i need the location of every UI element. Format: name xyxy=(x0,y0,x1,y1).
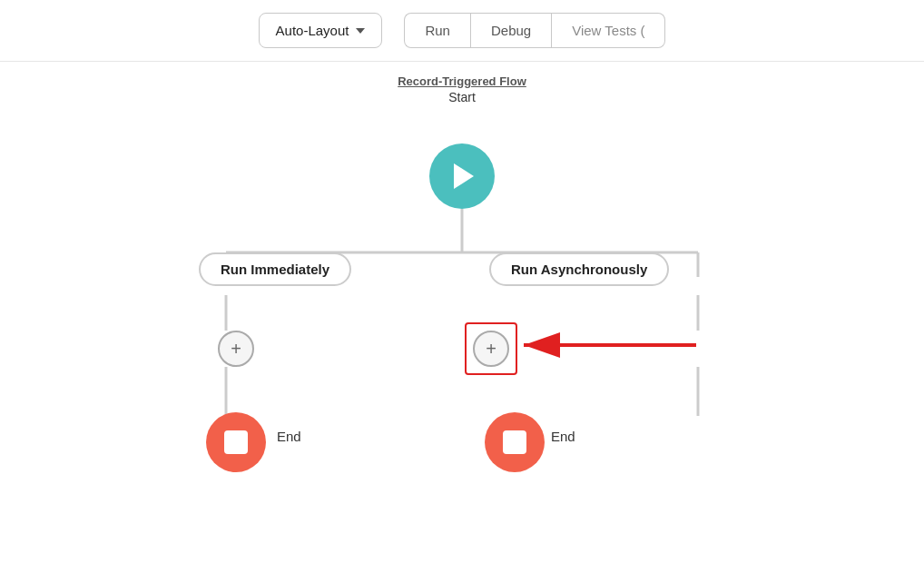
debug-button[interactable]: Debug xyxy=(470,13,552,48)
stop-icon-left xyxy=(224,430,248,454)
plus-left-icon: + xyxy=(231,339,241,360)
auto-layout-label: Auto-Layout xyxy=(276,23,349,38)
flow-header: Record-Triggered Flow Start xyxy=(398,74,526,104)
add-step-left-button[interactable]: + xyxy=(218,331,254,367)
connector-lines xyxy=(0,62,924,582)
end-label-right: End xyxy=(551,429,575,444)
run-asynchronously-label[interactable]: Run Asynchronously xyxy=(489,252,669,286)
chevron-down-icon xyxy=(356,28,365,34)
flow-title: Record-Triggered Flow xyxy=(398,74,526,88)
view-tests-button[interactable]: View Tests ( xyxy=(552,13,665,48)
play-icon xyxy=(454,163,474,189)
toolbar: Auto-Layout Run Debug View Tests ( xyxy=(0,0,924,62)
add-step-right-button[interactable]: + xyxy=(473,331,509,367)
stop-icon-right xyxy=(503,430,526,454)
toolbar-right-group: Run Debug View Tests ( xyxy=(404,13,665,48)
red-arrow-indicator xyxy=(515,318,714,372)
run-immediately-label[interactable]: Run Immediately xyxy=(199,252,351,286)
play-button[interactable] xyxy=(429,143,495,209)
run-button[interactable]: Run xyxy=(404,13,470,48)
end-label-left: End xyxy=(277,429,301,444)
flow-canvas: Record-Triggered Flow Start Run Immediat… xyxy=(0,62,924,582)
auto-layout-button[interactable]: Auto-Layout xyxy=(259,13,383,48)
plus-right-icon: + xyxy=(486,339,496,360)
end-circle-left xyxy=(206,412,266,472)
end-circle-right xyxy=(485,412,545,472)
flow-subtitle: Start xyxy=(398,90,526,104)
